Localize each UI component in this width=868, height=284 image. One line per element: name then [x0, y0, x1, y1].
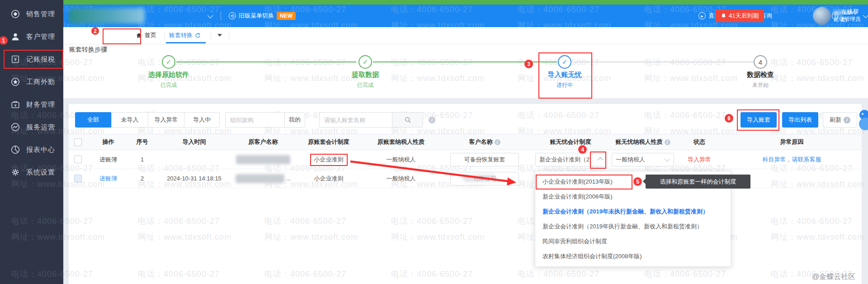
step2-name: 提取数据 — [320, 71, 410, 79]
calculator-yen-icon: ¥ — [10, 54, 21, 65]
annotation-badge-3: 3 — [524, 60, 533, 68]
star-circle-icon — [10, 76, 21, 87]
app-root: 销售管理 客户管理 ¥ 记账报税 工商外勤 ¥ 财务管理 服务运营 — [0, 0, 868, 284]
step-connector-done — [176, 62, 356, 62]
chevron-down-icon — [853, 10, 858, 14]
step1-status: 已完成 — [123, 81, 214, 89]
dropdown-option[interactable]: 新企业会计准则（2019年执行新金融、新收入和新租赁准则） — [535, 219, 731, 234]
orig-standard-value: 小企业准则 — [292, 175, 365, 183]
sidebar-item-sales[interactable]: 销售管理 — [0, 3, 63, 25]
col-operation: 操作 — [87, 138, 130, 146]
sidebar-item-label: 客户管理 — [26, 33, 55, 41]
filter-import-error[interactable]: 导入异常 — [148, 112, 184, 128]
app-logo-blurred — [69, 8, 145, 24]
pie-chart-icon — [10, 144, 21, 155]
sidebar-item-customers[interactable]: 客户管理 — [0, 25, 63, 48]
info-icon[interactable]: i — [665, 139, 670, 145]
tab-list-dropdown-caret[interactable] — [217, 34, 222, 37]
customer-icon — [10, 31, 21, 42]
tab-home[interactable]: 首页 — [136, 27, 156, 43]
enter-ledger-action[interactable]: 进账簿 — [87, 156, 130, 164]
watermark-text: 电话：4006-6500-27网址：www.tdxsoft.com — [138, 5, 231, 27]
orig-customer-suffix: ... — [286, 175, 291, 182]
chevron-down-icon — [863, 13, 868, 18]
watermark-text: 电话：4006-6500-27网址：www.tdxsoft.com — [518, 5, 611, 27]
bell-icon — [721, 13, 726, 19]
filter-all[interactable]: 全部 — [75, 112, 111, 128]
customer-name-box[interactable]: 可备份恢复账套 — [450, 153, 519, 166]
step2-circle: ✓ — [359, 55, 372, 69]
col-index: 序号 — [130, 138, 155, 146]
step3-name: 导入账无忧 — [519, 71, 610, 79]
enter-ledger-action[interactable]: 进账簿 — [87, 175, 130, 183]
filter-importing[interactable]: 导入中 — [184, 112, 220, 128]
import-time: 2024-10-31 14:18:15 — [155, 175, 234, 182]
step1-name: 选择原始软件 — [123, 71, 214, 79]
filter-not-imported[interactable]: 未导入 — [111, 112, 148, 128]
refresh-tab-icon[interactable] — [195, 33, 201, 38]
export-list-button[interactable]: 导出列表 — [782, 112, 818, 128]
steps-title: 账套转换步骤 — [69, 46, 107, 54]
user-info[interactable]: uan 超级管理员 — [834, 9, 861, 22]
refresh-label: 刷新 — [830, 116, 841, 124]
dropdown-option[interactable]: 新企业会计准则(2006年版) — [535, 189, 731, 204]
community-credit: @金蝶云社区 — [812, 272, 855, 282]
sidebar-item-bookkeeping[interactable]: ¥ 记账报税 — [0, 48, 63, 71]
zwy-standard-select[interactable]: 新企业会计准则（2 — [535, 153, 606, 166]
dropdown-option[interactable]: 新企业会计准则（2019年未执行新金融、新收入和新租赁准则） — [535, 204, 731, 219]
sidebar-item-label: 报表中心 — [26, 146, 55, 154]
topbar-divider — [221, 11, 221, 20]
select-all-checkbox[interactable] — [74, 138, 82, 146]
home-icon — [136, 32, 142, 39]
import-account-set-button[interactable]: 导入账套 — [741, 112, 777, 128]
org-structure-select[interactable] — [225, 112, 285, 128]
orig-taxpayer-value: 一般纳税人 — [365, 156, 437, 164]
chevron-down-icon — [665, 156, 670, 162]
tab-separator — [229, 32, 229, 39]
tab-separator — [165, 32, 165, 39]
sidebar-item-settings[interactable]: 系统设置 — [0, 161, 63, 184]
step4-name: 数据检查 — [715, 71, 806, 79]
refresh-button[interactable]: 刷新 i — [823, 112, 857, 128]
org-switch-chevron[interactable] — [209, 5, 213, 27]
tab-account-conversion[interactable]: 账套转换 — [169, 27, 201, 43]
sidebar-item-reports[interactable]: 报表中心 — [0, 138, 63, 161]
row-checkbox[interactable] — [74, 175, 82, 182]
avatar[interactable] — [813, 7, 831, 25]
orig-taxpayer-value: 一般纳税人 — [365, 175, 437, 183]
row-checkbox[interactable] — [74, 156, 82, 163]
mine-filter-button[interactable]: 我的 — [284, 112, 305, 128]
dropdown-option[interactable]: 民间非营利组织会计制度 — [535, 234, 731, 249]
step1-circle: ✓ — [162, 55, 175, 69]
error-reason-link[interactable]: 科目异常，请联系客服 — [722, 156, 862, 164]
info-icon[interactable]: i — [429, 117, 435, 123]
sidebar-item-label: 记账报税 — [26, 55, 55, 64]
sidebar-item-operations[interactable]: 服务运营 — [0, 116, 63, 138]
zwy-taxpayer-value: 一般纳税人 — [616, 156, 645, 164]
customer-name-blur — [463, 175, 495, 182]
info-icon[interactable]: i — [495, 139, 500, 145]
sidebar-item-finance[interactable]: ¥ 财务管理 — [0, 93, 63, 116]
play-circle-icon: ▸ — [698, 12, 706, 19]
search-input[interactable] — [319, 112, 392, 128]
sidebar-item-label: 服务运营 — [26, 123, 55, 132]
dropdown-option[interactable]: 农村集体经济组织会计制度(2008年版) — [535, 249, 731, 264]
new-badge: NEW — [277, 12, 296, 20]
search-button[interactable] — [392, 112, 423, 128]
legacy-menu-switch[interactable]: ⟲ 旧版菜单切换 NEW — [229, 5, 296, 27]
assistant-mascot[interactable] — [856, 109, 868, 133]
tab-bar: 首页 账套转换 — [63, 27, 868, 44]
zwy-taxpayer-select[interactable]: 一般纳税人 — [612, 153, 674, 166]
expire-warning-badge[interactable]: 41天后到期 — [715, 9, 764, 22]
step3-circle: ✓ — [558, 55, 571, 69]
col-error-reason: 异常原因 — [722, 138, 862, 146]
active-tab-underline — [166, 42, 206, 43]
sidebar-item-fieldwork[interactable]: 工商外勤 — [0, 71, 63, 93]
customer-name-box[interactable]: 有限公司 — [450, 172, 519, 185]
sidebar-item-label: 财务管理 — [26, 100, 55, 109]
annotation-tooltip: 选择和原账套一样的会计制度 — [646, 175, 750, 189]
info-icon: i — [844, 117, 850, 123]
tab-separator — [211, 32, 211, 39]
step4-circle: 4 — [754, 55, 767, 69]
name-blur — [834, 10, 843, 15]
